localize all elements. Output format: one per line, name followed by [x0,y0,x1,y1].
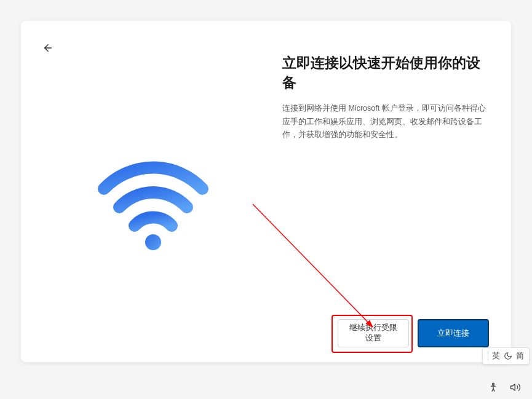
system-tray [488,382,521,393]
ime-divider [488,351,488,361]
setup-card: 立即连接以快速开始使用你的设备 连接到网络并使用 Microsoft 帐户登录，… [21,21,511,362]
accessibility-icon[interactable] [488,382,499,393]
ime-status-bar[interactable]: 英 简 [482,347,530,365]
page-description: 连接到网络并使用 Microsoft 帐户登录，即可访问各种得心应手的工作和娱乐… [282,102,486,141]
ime-mode[interactable]: 简 [516,350,524,361]
svg-marker-4 [511,384,515,391]
wifi-icon [92,136,215,259]
content-area: 立即连接以快速开始使用你的设备 连接到网络并使用 Microsoft 帐户登录，… [43,38,489,345]
continue-limited-button[interactable]: 继续执行受限设置 [338,319,409,347]
ime-language[interactable]: 英 [492,350,500,361]
page-title: 立即连接以快速开始使用你的设备 [282,53,486,92]
ime-moon-icon[interactable] [504,352,512,360]
svg-point-0 [145,234,161,250]
action-buttons: 继续执行受限设置 立即连接 [338,319,489,347]
connect-now-button[interactable]: 立即连接 [418,319,489,347]
svg-point-3 [493,383,494,385]
illustration-column [43,38,275,345]
volume-icon[interactable] [510,382,521,393]
text-column: 立即连接以快速开始使用你的设备 连接到网络并使用 Microsoft 帐户登录，… [275,38,489,345]
